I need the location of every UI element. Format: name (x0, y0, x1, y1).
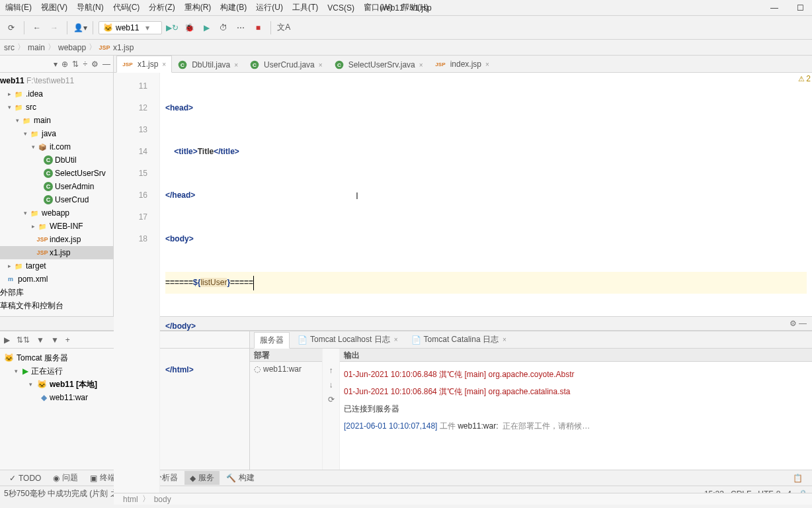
run-artifact[interactable]: web11:war (50, 393, 88, 402)
jsp-icon: JSP (435, 60, 444, 69)
tree-useradmin[interactable]: UserAdmin (55, 182, 94, 191)
tab-indexjsp[interactable]: JSPindex.jsp× (429, 56, 495, 72)
tab-todo[interactable]: ✓TODO (4, 472, 46, 484)
menu-edit[interactable]: 编辑(E) (3, 1, 34, 15)
tree-java[interactable]: java (42, 129, 56, 138)
status-message: 5秒750毫秒 中成功完成 (片刻 之前) (4, 488, 129, 499)
stop-icon[interactable]: ■ (251, 21, 265, 35)
maximize-icon[interactable]: ☐ (794, 2, 807, 14)
tree-console[interactable]: 草稿文件和控制台 (0, 300, 63, 312)
tree-usercrud[interactable]: UserCrud (55, 195, 89, 204)
class-icon: C (44, 155, 53, 165)
close-icon[interactable]: × (319, 62, 323, 69)
run-config-label: web11 (116, 23, 139, 32)
settings-icon[interactable]: ⚙ (91, 60, 99, 69)
tree-idea[interactable]: .idea (26, 89, 43, 99)
menu-refactor[interactable]: 重构(R) (182, 1, 214, 15)
structure-breadcrumb[interactable]: html〉body (114, 493, 812, 505)
run-web11[interactable]: web11 [本地] (50, 379, 97, 390)
running-icon: ▶ (22, 366, 28, 376)
back-icon[interactable]: ← (30, 21, 44, 35)
tree-main[interactable]: main (34, 116, 51, 125)
menu-analyze[interactable]: 分析(Z) (146, 1, 177, 15)
menu-view[interactable]: 视图(V) (38, 1, 70, 15)
close-icon[interactable]: × (419, 62, 423, 69)
folder-icon: 📁 (13, 89, 24, 99)
coverage-icon[interactable]: ▶ (199, 21, 214, 35)
tab-dbutil[interactable]: CDbUtil.java× (172, 57, 244, 72)
rerun-icon[interactable]: ▶ (4, 335, 10, 345)
gutter: 11121314 15161718 (114, 73, 160, 493)
folder-icon: 📁 (21, 115, 32, 126)
close-icon[interactable]: × (234, 62, 238, 69)
crumb-webapp[interactable]: webapp (58, 43, 86, 52)
add-icon[interactable]: + (65, 335, 70, 345)
translate-icon[interactable]: 文A (276, 21, 291, 35)
jsp-icon: JSP (37, 234, 48, 245)
hide-icon[interactable]: — (102, 60, 110, 69)
editor-tabs: JSPx1.jsp× CDbUtil.java× CUserCrud.java×… (114, 56, 812, 73)
crumb-src[interactable]: src (4, 43, 15, 52)
menu-build[interactable]: 构建(B) (218, 1, 249, 15)
close-icon[interactable]: × (162, 61, 166, 68)
folder-icon: 📁 (29, 208, 40, 218)
artifact-icon: ◆ (41, 393, 47, 402)
close-icon[interactable]: × (485, 61, 489, 68)
expand-icon[interactable]: ⇅ (72, 60, 79, 69)
forward-icon[interactable]: → (47, 21, 61, 35)
tree-root-path: F:\test\web11 (26, 76, 74, 85)
editor: JSPx1.jsp× CDbUtil.java× CUserCrud.java×… (114, 56, 812, 316)
tree-webapp[interactable]: webapp (42, 208, 69, 218)
todo-icon: ✓ (9, 474, 16, 483)
text-cursor-icon: I (356, 185, 358, 207)
tree-dbutil[interactable]: DbUtil (55, 155, 77, 165)
menu-tools[interactable]: 工具(T) (290, 1, 321, 15)
code-text[interactable]: <head> <title>Title</title> </head> <bod… (160, 73, 812, 493)
project-sidebar: ▾ ⊕ ⇅ ÷ ⚙ — web11 F:\test\web11 ▸📁.idea … (0, 56, 114, 316)
run-status[interactable]: 正在运行 (31, 366, 63, 377)
tree-pomxml[interactable]: pom.xml (18, 275, 48, 284)
project-dropdown-icon[interactable]: ▾ (54, 60, 58, 69)
run-tomcat-label[interactable]: Tomcat 服务器 (17, 353, 68, 364)
tab-usercrud[interactable]: CUserCrud.java× (244, 57, 329, 72)
run-config-selector[interactable]: 🐱 web11 ▾ (99, 21, 162, 34)
tree-view-icon[interactable]: ▼ (36, 335, 44, 345)
menu-vcs[interactable]: VCS(S) (325, 2, 357, 14)
tomcat-icon: 🐱 (103, 23, 113, 32)
project-tree[interactable]: web11 F:\test\web11 ▸📁.idea ▾📁src ▾📁main… (0, 73, 113, 316)
collapse-icon[interactable]: ÷ (83, 60, 87, 69)
tree-target[interactable]: target (26, 261, 46, 271)
tomcat-icon: 🐱 (37, 380, 47, 389)
add-config-icon[interactable]: 👤▾ (73, 21, 87, 35)
tree-selectusersrv[interactable]: SelectUserSrv (55, 169, 106, 178)
crumb-file[interactable]: x1.jsp (113, 43, 134, 52)
select-opened-icon[interactable]: ⊕ (61, 60, 68, 69)
menu-run[interactable]: 运行(U) (253, 1, 286, 15)
menu-code[interactable]: 代码(C) (110, 1, 143, 15)
folder-icon: 📁 (29, 128, 40, 139)
tree-x1jsp[interactable]: x1.jsp (50, 248, 70, 257)
run-icon[interactable]: ▶↻ (165, 21, 179, 35)
jsp-icon: JSP (37, 247, 48, 258)
tab-x1jsp[interactable]: JSPx1.jsp× (116, 56, 172, 73)
tree-webinf[interactable]: WEB-INF (50, 222, 83, 231)
sync-icon[interactable]: ⟳ (4, 21, 19, 35)
tree-extlib[interactable]: 外部库 (0, 287, 24, 298)
tree-root-label[interactable]: web11 (0, 76, 24, 85)
filter2-icon[interactable]: ▼ (51, 335, 59, 345)
attach-icon[interactable]: ⋯ (233, 21, 248, 35)
menu-navigate[interactable]: 导航(N) (74, 1, 106, 15)
tab-issues[interactable]: ◉问题 (48, 471, 83, 485)
minimize-icon[interactable]: — (768, 2, 781, 14)
tree-indexjsp[interactable]: index.jsp (50, 235, 81, 244)
crumb-main[interactable]: main (28, 43, 45, 52)
tree-src[interactable]: src (26, 103, 36, 112)
package-icon: 📦 (37, 142, 48, 152)
code-area[interactable]: 11121314 15161718 <head> <title>Title</t… (114, 73, 812, 493)
debug-icon[interactable]: 🐞 (182, 21, 196, 35)
profile-icon[interactable]: ⏱ (216, 21, 231, 35)
filter-icon[interactable]: ⇅⇅ (17, 335, 30, 345)
tab-selectusersrv[interactable]: CSelectUserSrv.java× (329, 57, 429, 72)
folder-icon: 📁 (13, 261, 24, 271)
tree-pkg[interactable]: it.com (50, 142, 71, 151)
